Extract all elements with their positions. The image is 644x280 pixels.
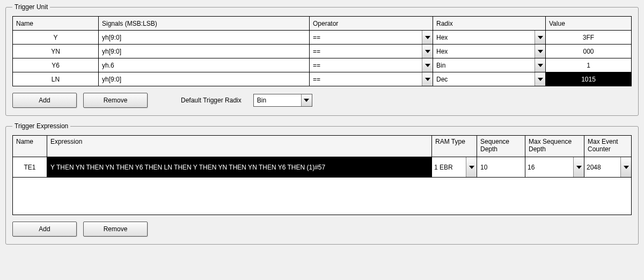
tu-radix-value: Bin (433, 62, 535, 69)
tu-operator-value: == (310, 76, 422, 83)
chevron-down-icon[interactable] (422, 72, 433, 86)
tu-remove-button[interactable]: Remove (83, 93, 148, 108)
te-ram-type-combo[interactable]: 1 EBR (432, 157, 477, 178)
tu-radix-combo[interactable]: Bin (433, 58, 546, 72)
tu-header-signals: Signals (MSB:LSB) (99, 17, 310, 31)
te-remove-button[interactable]: Remove (83, 222, 148, 237)
chevron-down-icon[interactable] (535, 58, 545, 72)
tu-operator-combo[interactable]: == (310, 72, 433, 86)
chevron-down-icon[interactable] (535, 45, 545, 58)
tu-name-cell[interactable]: Y (13, 31, 99, 45)
tu-row: YN yh[9:0] == Hex 000 (13, 45, 632, 58)
tu-operator-value: == (310, 62, 422, 69)
tu-radix-value: Hex (433, 48, 535, 55)
te-expression-cell[interactable]: Y THEN YN THEN YN THEN Y6 THEN LN THEN Y… (47, 157, 432, 178)
te-empty-area (12, 178, 632, 215)
te-button-row: Add Remove (12, 222, 632, 237)
te-header-name: Name (13, 136, 47, 157)
chevron-down-icon[interactable] (422, 58, 433, 72)
trigger-unit-fieldset: Trigger Unit Name Signals (MSB:LSB) Oper… (5, 3, 639, 116)
chevron-down-icon[interactable] (535, 31, 545, 44)
trigger-expression-legend: Trigger Expression (12, 122, 70, 130)
te-header-seq-depth: Sequence Depth (477, 136, 525, 157)
te-header-ram-type: RAM Type (432, 136, 477, 157)
te-max-seq-depth-value: 16 (525, 164, 573, 171)
trigger-unit-table: Name Signals (MSB:LSB) Operator Radix Va… (12, 16, 632, 86)
tu-operator-combo[interactable]: == (310, 45, 433, 58)
te-ram-type-value: 1 EBR (432, 164, 466, 171)
te-header-expression: Expression (47, 136, 432, 157)
te-header-max-seq-depth: Max Sequence Depth (525, 136, 584, 157)
trigger-unit-legend: Trigger Unit (12, 3, 50, 11)
tu-header-operator: Operator (310, 17, 433, 31)
te-max-seq-depth-combo[interactable]: 16 (525, 157, 584, 178)
tu-name-cell[interactable]: YN (13, 45, 99, 58)
trigger-expression-fieldset: Trigger Expression Name Expression RAM T… (5, 122, 639, 245)
default-radix-value: Bin (254, 94, 301, 106)
tu-radix-combo[interactable]: Hex (433, 31, 546, 45)
te-name-cell[interactable]: TE1 (13, 157, 47, 178)
chevron-down-icon[interactable] (466, 157, 477, 177)
tu-operator-combo[interactable]: == (310, 58, 433, 72)
tu-radix-value: Hex (433, 34, 535, 41)
tu-row: LN yh[9:0] == Dec 1015 (13, 72, 632, 86)
tu-header-value: Value (546, 17, 632, 31)
tu-value-cell[interactable]: 3FF (546, 31, 632, 45)
chevron-down-icon[interactable] (422, 45, 433, 58)
default-radix-label: Default Trigger Radix (181, 97, 241, 104)
te-header-max-event-counter: Max Event Counter (584, 136, 632, 157)
tu-name-cell[interactable]: Y6 (13, 58, 99, 72)
tu-operator-value: == (310, 34, 422, 41)
tu-signals-cell[interactable]: yh[9:0] (99, 31, 310, 45)
tu-value-cell[interactable]: 1 (546, 58, 632, 72)
chevron-down-icon[interactable] (620, 157, 631, 177)
te-seq-depth-cell[interactable]: 10 (477, 157, 525, 178)
te-add-button[interactable]: Add (12, 222, 77, 237)
tu-radix-combo[interactable]: Dec (433, 72, 546, 86)
tu-header-radix: Radix (433, 17, 546, 31)
tu-header-name: Name (13, 17, 99, 31)
tu-radix-combo[interactable]: Hex (433, 45, 546, 58)
tu-operator-value: == (310, 48, 422, 55)
te-row: TE1 Y THEN YN THEN YN THEN Y6 THEN LN TH… (13, 157, 632, 178)
te-max-event-counter-combo[interactable]: 2048 (584, 157, 632, 178)
default-radix-combo[interactable]: Bin (253, 94, 312, 107)
tu-button-row: Add Remove Default Trigger Radix Bin (12, 93, 632, 108)
tu-value-cell[interactable]: 000 (546, 45, 632, 58)
tu-row: Y yh[9:0] == Hex 3FF (13, 31, 632, 45)
tu-operator-combo[interactable]: == (310, 31, 433, 45)
te-max-event-counter-value: 2048 (584, 164, 620, 171)
tu-signals-cell[interactable]: yh[9:0] (99, 45, 310, 58)
tu-name-cell[interactable]: LN (13, 72, 99, 86)
chevron-down-icon[interactable] (301, 94, 312, 106)
tu-signals-cell[interactable]: yh[9:0] (99, 72, 310, 86)
tu-value-cell[interactable]: 1015 (546, 72, 632, 86)
tu-row: Y6 yh.6 == Bin 1 (13, 58, 632, 72)
chevron-down-icon[interactable] (535, 72, 545, 86)
tu-radix-value: Dec (433, 76, 535, 83)
tu-add-button[interactable]: Add (12, 93, 77, 108)
chevron-down-icon[interactable] (422, 31, 433, 44)
tu-signals-cell[interactable]: yh.6 (99, 58, 310, 72)
chevron-down-icon[interactable] (573, 157, 584, 177)
trigger-expression-table: Name Expression RAM Type Sequence Depth … (12, 135, 632, 178)
